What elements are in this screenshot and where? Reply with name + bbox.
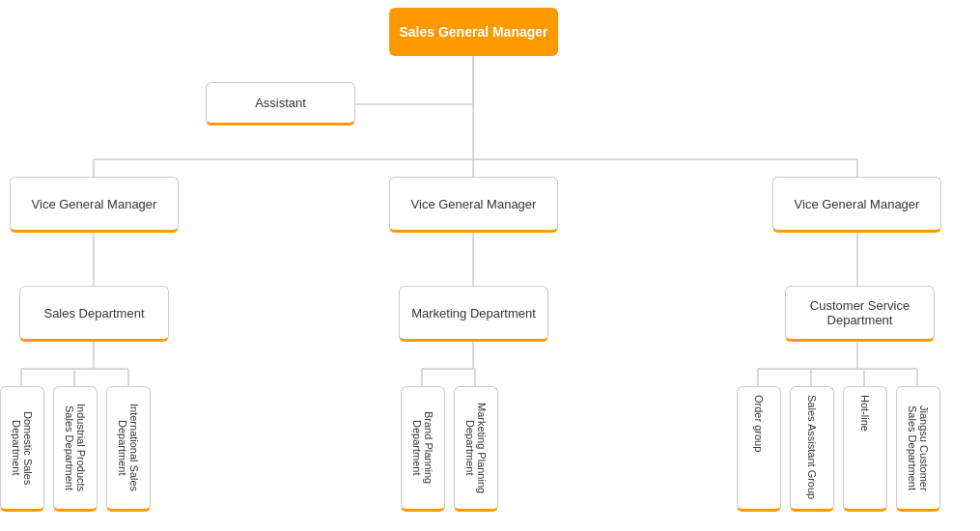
marketing-dept-node: Marketing Department [399, 286, 548, 342]
salesasst-node: Sales Assistant Group [790, 386, 834, 512]
mktplan-node: Marketing Planning Department [454, 386, 498, 512]
vgm2-node: Vice General Manager [389, 177, 558, 233]
mktplan-label: Marketing Planning Department [464, 395, 488, 501]
cs-dept-label: Customer Service Department [794, 298, 926, 327]
root-label: Sales General Manager [399, 24, 547, 40]
marketing-dept-label: Marketing Department [411, 306, 536, 321]
domestic-sales-label: Domestic Sales Department [11, 395, 34, 501]
jiangsu-label: Jiangsu Customer Sales Department [907, 395, 930, 501]
root-node: Sales General Manager [389, 8, 558, 56]
international-node: International Sales Department [106, 386, 151, 512]
salesasst-label: Sales Assistant Group [806, 395, 818, 499]
vgm1-node: Vice General Manager [10, 177, 179, 233]
brand-label: Brand Planning Department [411, 395, 434, 501]
sales-dept-label: Sales Department [43, 306, 144, 321]
ordergrp-label: Order group [753, 395, 765, 452]
cs-dept-node: Customer Service Department [785, 286, 935, 342]
domestic-sales-node: Domestic Sales Department [0, 386, 44, 512]
vgm3-label: Vice General Manager [795, 197, 920, 211]
industrial-label: Industrial Products Sales Department [64, 395, 87, 501]
jiangsu-node: Jiangsu Customer Sales Department [896, 386, 940, 512]
assistant-label: Assistant [255, 96, 306, 110]
ordergrp-node: Order group [737, 386, 781, 512]
vgm3-node: Vice General Manager [772, 177, 941, 233]
assistant-node: Assistant [206, 82, 355, 126]
org-chart: Sales General Manager Assistant Vice Gen… [0, 0, 980, 531]
hotline-label: Hot-line [859, 395, 871, 432]
industrial-node: Industrial Products Sales Department [53, 386, 98, 512]
hotline-node: Hot-line [843, 386, 887, 512]
vgm1-label: Vice General Manager [32, 197, 157, 211]
vgm2-label: Vice General Manager [411, 197, 537, 211]
international-label: International Sales Department [117, 395, 140, 501]
sales-dept-node: Sales Department [19, 286, 169, 342]
brand-node: Brand Planning Department [401, 386, 445, 512]
